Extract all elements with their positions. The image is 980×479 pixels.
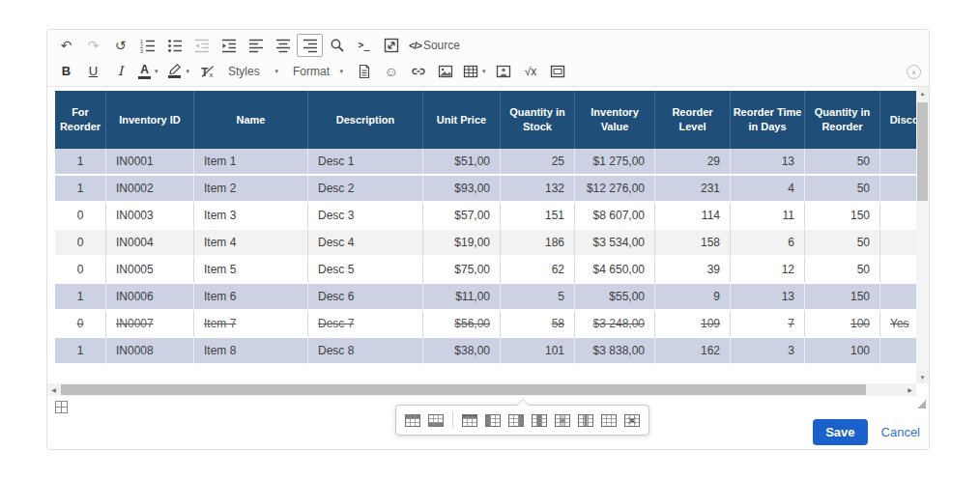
table-cell[interactable]: 3 — [731, 338, 805, 365]
table-cell[interactable]: Desc 3 — [308, 203, 423, 230]
table-cell[interactable]: IN0006 — [106, 284, 194, 311]
table-cell[interactable]: 186 — [501, 230, 575, 257]
table-cell[interactable]: $3 534,00 — [575, 230, 655, 257]
table-split-cell-button[interactable] — [575, 409, 596, 432]
table-cell[interactable]: $38,00 — [423, 338, 501, 365]
table-cell[interactable]: IN0004 — [106, 230, 194, 257]
table-cell[interactable]: $3 838,00 — [575, 338, 655, 365]
styles-button[interactable]: Styles▾ — [221, 60, 285, 83]
table-cell[interactable]: Desc 2 — [308, 176, 423, 203]
table-cell[interactable]: 12 — [731, 257, 805, 284]
table-cell[interactable]: $55,00 — [575, 284, 655, 311]
table-cell[interactable]: Desc 5 — [308, 257, 423, 284]
table-cell[interactable]: 4 — [731, 176, 805, 203]
table-cell[interactable]: 101 — [501, 338, 575, 365]
table-insert-column-left-button[interactable] — [482, 409, 504, 432]
table-cell[interactable]: 109 — [655, 311, 731, 338]
table-cell[interactable]: 13 — [731, 149, 805, 176]
align-right-button[interactable] — [297, 34, 323, 57]
underline-button[interactable]: U — [80, 60, 106, 83]
table-cell[interactable]: Yes — [880, 311, 916, 338]
table-cell[interactable]: 50 — [805, 176, 880, 203]
table-cell[interactable]: Desc 8 — [308, 338, 423, 365]
table-cell[interactable] — [880, 203, 916, 230]
table-cell[interactable]: $57,00 — [423, 203, 501, 230]
table-delete-row-button[interactable] — [459, 409, 480, 432]
table-cell[interactable]: 151 — [501, 203, 575, 230]
find-button[interactable] — [324, 34, 350, 57]
table-cell[interactable]: 1 — [55, 338, 106, 365]
table-cell[interactable]: 1 — [55, 149, 106, 176]
table-cell[interactable]: Item 6 — [194, 284, 308, 311]
table-cell[interactable]: Item 1 — [194, 149, 308, 176]
table-cell[interactable]: Item 3 — [194, 203, 308, 230]
column-header[interactable]: Inventory Value — [575, 91, 655, 149]
table-cell[interactable]: IN0007 — [106, 311, 194, 338]
table-cell[interactable]: IN0002 — [106, 176, 194, 203]
scroll-down-icon[interactable]: ▼ — [916, 371, 929, 383]
table-cell[interactable]: $56,00 — [423, 311, 501, 338]
column-header[interactable]: For Reorder — [55, 91, 106, 149]
column-header[interactable]: Inventory ID — [106, 91, 194, 149]
table-cell[interactable]: $75,00 — [423, 257, 501, 284]
table-cell[interactable]: IN0003 — [106, 203, 194, 230]
table-cell[interactable]: $11,00 — [423, 284, 501, 311]
table-cell[interactable]: 50 — [805, 149, 880, 176]
table-delete-button[interactable] — [621, 409, 643, 432]
column-header[interactable]: Reorder Level — [655, 91, 731, 149]
table-cell[interactable]: 100 — [805, 311, 880, 338]
italic-button[interactable]: I — [107, 60, 133, 83]
align-left-button[interactable] — [243, 34, 269, 57]
table-cell[interactable]: 50 — [805, 257, 880, 284]
table-cell[interactable]: 114 — [655, 203, 731, 230]
table-cell[interactable]: 100 — [805, 338, 880, 365]
scroll-right-icon[interactable]: ▶ — [904, 383, 916, 396]
table-cell[interactable]: 5 — [501, 284, 575, 311]
table-cell[interactable]: 29 — [655, 149, 731, 176]
history-button[interactable]: ↺ — [107, 34, 133, 57]
table-cell[interactable]: IN0005 — [106, 257, 194, 284]
table-cell[interactable] — [880, 149, 916, 176]
source-button[interactable]: </>Source — [405, 34, 464, 57]
undo-button[interactable]: ↶ — [53, 34, 79, 57]
table-cell[interactable]: $19,00 — [423, 230, 501, 257]
align-center-button[interactable] — [270, 34, 296, 57]
table-merge-cells-button[interactable] — [552, 409, 573, 432]
table-cell[interactable]: 132 — [501, 176, 575, 203]
cancel-button[interactable]: Cancel — [881, 425, 920, 439]
table-cell[interactable]: 9 — [655, 284, 731, 311]
terminal-button[interactable]: >_ — [351, 34, 377, 57]
column-header[interactable]: Discontinued — [880, 91, 916, 149]
table-cell[interactable]: 50 — [805, 230, 880, 257]
resize-grip-icon[interactable] — [916, 396, 927, 413]
table-cell[interactable]: $1 275,00 — [575, 149, 655, 176]
iframe-button[interactable] — [545, 60, 571, 83]
collapse-toolbar-button[interactable]: ∧ — [907, 65, 921, 79]
table-cell[interactable]: $93,00 — [423, 176, 501, 203]
column-header[interactable]: Quantity in Reorder — [805, 91, 880, 149]
table-cell[interactable]: Desc 6 — [308, 284, 423, 311]
horizontal-scrollbar[interactable]: ◀ ▶ — [47, 383, 916, 396]
math-button[interactable]: √x — [518, 60, 544, 83]
text-color-button[interactable]: A▾ — [134, 60, 162, 83]
background-color-button[interactable]: ▾ — [163, 60, 194, 83]
table-cell[interactable]: 1 — [55, 176, 106, 203]
table-cell[interactable]: Item 5 — [194, 257, 308, 284]
vertical-scrollbar[interactable]: ▲ ▼ — [916, 87, 929, 383]
table-cell[interactable] — [880, 230, 916, 257]
table-cell[interactable]: 7 — [731, 311, 805, 338]
scroll-up-icon[interactable]: ▲ — [916, 87, 929, 99]
placeholder-button[interactable] — [491, 60, 517, 83]
templates-button[interactable] — [351, 60, 377, 83]
bulleted-list-button[interactable] — [161, 34, 187, 57]
table-cell[interactable]: Item 8 — [194, 338, 308, 365]
table-cell[interactable]: $4 650,00 — [575, 257, 655, 284]
column-header[interactable]: Description — [308, 91, 423, 149]
table-cell[interactable]: 150 — [805, 203, 880, 230]
table-cell[interactable]: 0 — [55, 311, 106, 338]
table-cell[interactable] — [880, 284, 916, 311]
table-cell[interactable]: 6 — [731, 230, 805, 257]
table-cell[interactable]: $3 248,00 — [575, 311, 655, 338]
table-button[interactable]: ▾ — [459, 60, 490, 83]
table-cell[interactable]: IN0001 — [106, 149, 194, 176]
